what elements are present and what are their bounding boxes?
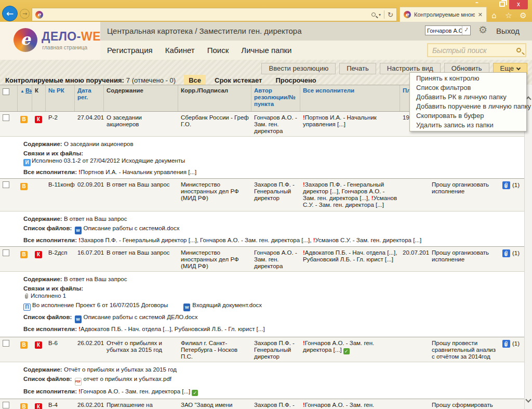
- attachment-count: (1): [512, 250, 520, 256]
- detail-text: Адвокатов П.Б. - Нач. отдела [...],: [305, 249, 397, 256]
- address-dropdown-icon[interactable]: ▾: [379, 12, 381, 17]
- nav-item-3[interactable]: Личные папки: [241, 46, 291, 55]
- window-restore-button[interactable]: [499, 2, 505, 7]
- column-header-1: К: [32, 85, 46, 111]
- menu-item-2[interactable]: Добавить РК в личную папку: [410, 93, 526, 102]
- reg-number: В-6: [46, 337, 75, 362]
- scroll-down-icon[interactable]: [525, 397, 531, 402]
- column-header-7[interactable]: Все исполнители: [300, 85, 400, 111]
- plan-date-cell: [400, 179, 429, 211]
- menu-item-4[interactable]: Скопировать в буфер: [410, 111, 526, 121]
- table-row[interactable]: ВВ-11конф02.09.2014В ответ на Ваш запрос…: [0, 179, 532, 212]
- attachment-icon[interactable]: [502, 181, 510, 189]
- toolbar-button-1[interactable]: Печать: [339, 63, 376, 74]
- attachments-cell: (1): [500, 179, 525, 211]
- logo-title-part1: ДЕЛО-: [42, 30, 81, 43]
- nav-item-1[interactable]: Кабинет: [165, 46, 195, 55]
- column-header-label: Вид: [25, 87, 32, 94]
- detail-line: Связки и их файлы:: [23, 285, 527, 292]
- browser-settings-gear-icon[interactable]: ⚙: [518, 11, 528, 20]
- site-header: ДЕЛО-WEB главная страница Центральная ка…: [0, 22, 532, 60]
- detail-line: Все исполнители: !Гончаров А.О. - Зам. г…: [23, 388, 527, 396]
- column-header-label: К: [35, 87, 38, 94]
- detail-label: Все исполнители:: [23, 169, 78, 175]
- attachments-cell: (1): [500, 247, 525, 271]
- address-bar[interactable]: ▾ ↻: [32, 8, 397, 21]
- control-badge: К: [35, 116, 42, 123]
- logout-link[interactable]: Выход: [496, 27, 520, 35]
- file-link[interactable]: PDFотчет о прибылях и убытках.pdf: [74, 376, 171, 382]
- doc-type-badge: В: [20, 251, 28, 258]
- user-select[interactable]: Гончаров А.О. ✓̽: [425, 25, 471, 35]
- tab-favicon: [404, 11, 411, 18]
- browser-back-button[interactable]: ←: [2, 6, 18, 21]
- window-close-button[interactable]: x: [509, 0, 528, 9]
- content-cell: Приглашение на выставку готовой продукци…: [104, 399, 178, 409]
- row-checkbox[interactable]: [3, 402, 9, 408]
- detail-line: Все исполнители: !Портнов И.А. - Начальн…: [23, 169, 527, 176]
- logo-block[interactable]: ДЕЛО-WEB главная страница: [0, 22, 100, 60]
- column-header-3[interactable]: Дата рег.: [75, 85, 104, 111]
- reg-number: В-2дсп: [46, 247, 75, 271]
- row-checkbox[interactable]: [3, 340, 9, 347]
- menu-item-1[interactable]: Список фильтров: [410, 83, 526, 93]
- tab-close-icon[interactable]: ✕: [478, 11, 483, 18]
- content-cell: В ответ на Ваш запрос: [104, 247, 178, 271]
- nav-item-2[interactable]: Поиск: [207, 46, 229, 55]
- detail-label: Связки и их файлы:: [23, 150, 83, 156]
- menu-item-0[interactable]: Принять к контролю: [410, 74, 526, 83]
- select-all-checkbox[interactable]: [3, 88, 9, 95]
- attachment-icon[interactable]: [502, 249, 510, 257]
- quick-search-icon[interactable]: [516, 48, 521, 52]
- address-search-icon[interactable]: [371, 12, 376, 17]
- user-select-chevron-icon[interactable]: ✓̽: [462, 26, 470, 35]
- row-checkbox[interactable]: [3, 181, 9, 188]
- column-header-label: Дата рег.: [77, 87, 91, 100]
- column-header-label: Все исполнители: [303, 87, 354, 94]
- row-cell-1: В: [18, 112, 32, 136]
- favorites-star-icon[interactable]: ☆: [504, 11, 513, 20]
- detail-line: Все исполнители: !Адвокатов П.Б. - Нач. …: [23, 326, 527, 333]
- attachment-icon[interactable]: [502, 340, 510, 348]
- detail-text: В ответ на Ваш запрос: [62, 216, 127, 222]
- filter-tab-0[interactable]: Все: [184, 75, 206, 86]
- refresh-icon[interactable]: ↻: [388, 11, 393, 19]
- vertical-scrollbar[interactable]: [524, 85, 532, 409]
- filter-tab-1[interactable]: Срок истекает: [210, 75, 267, 86]
- file-link[interactable]: WОписание работы с системой ДЕЛО.docx: [74, 314, 198, 320]
- tab-title: Контролируемые мною п...: [414, 11, 475, 18]
- menu-item-5[interactable]: Удалить запись из папки: [410, 121, 526, 130]
- table-row[interactable]: ВКВ-426.02.2016Приглашение на выставку г…: [0, 399, 532, 409]
- detail-label: Содержание:: [23, 141, 62, 147]
- attachments-cell: (1): [500, 337, 525, 362]
- nav-item-0[interactable]: Регистрация: [107, 46, 153, 55]
- detail-label: Связки и их файлы:: [23, 285, 83, 292]
- detail-text: Усманов С.У. - Зам. ген. директора [...]: [315, 237, 421, 243]
- menu-item-3[interactable]: Добавить поручение в личную папку: [410, 102, 526, 111]
- column-header-6[interactable]: Автор резолюции/№ пункта: [251, 85, 300, 111]
- toolbar-button-0[interactable]: Ввести резолюцию: [261, 63, 336, 74]
- row-checkbox[interactable]: [3, 249, 9, 256]
- browser-tab[interactable]: Контролируемые мною п... ✕: [400, 7, 487, 22]
- file-link[interactable]: WОписание работы с системой.docx: [74, 225, 180, 231]
- reg-date: 27.04.2012: [75, 112, 104, 136]
- window-minimize-button[interactable]: –: [472, 0, 482, 6]
- browser-forward-button[interactable]: →: [20, 9, 30, 19]
- records-grid: ▲ВидК№ РКДата рег.СодержаниеКорр./Подпис…: [0, 85, 532, 409]
- project-doc-icon: П: [23, 304, 31, 311]
- home-icon[interactable]: ⌂: [489, 11, 499, 20]
- table-row[interactable]: ВКВ-2дсп16.07.2015В ответ на Ваш запросМ…: [0, 247, 532, 272]
- column-header-0[interactable]: ▲Вид: [18, 85, 32, 111]
- done-check-icon: ✓: [192, 390, 198, 396]
- executors-cell: !Адвокатов П.Б. - Нач. отдела [...], Руб…: [300, 247, 400, 271]
- table-row[interactable]: ВКВ-626.02.2016Отчёт о прибылях и убытка…: [0, 337, 532, 362]
- settings-gear-icon[interactable]: ⚙: [478, 24, 487, 35]
- delo-logo-icon: [14, 28, 37, 52]
- detail-label: Содержание:: [23, 276, 62, 282]
- file-link[interactable]: WВходящий документ.docx: [182, 302, 262, 308]
- row-checkbox[interactable]: [3, 114, 9, 121]
- filter-tab-2[interactable]: Просрочено: [271, 75, 321, 86]
- detail-text: О заседании акционеров: [62, 141, 134, 147]
- column-header-2[interactable]: № РК: [46, 85, 75, 111]
- quick-search-input[interactable]: Быстрый поиск: [427, 43, 526, 57]
